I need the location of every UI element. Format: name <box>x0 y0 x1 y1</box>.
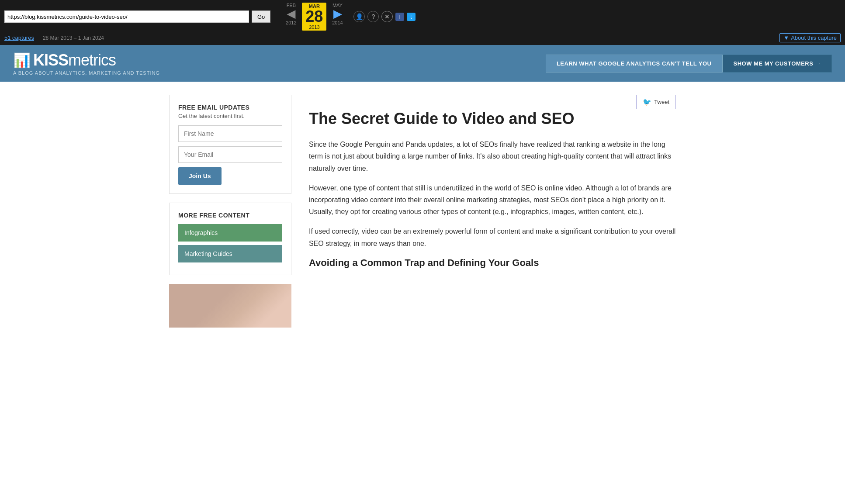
site-header: 📊 KISSmetrics A BLOG ABOUT ANALYTICS, MA… <box>0 45 845 82</box>
logo-text: KISSmetrics <box>33 51 116 69</box>
captures-date: 28 Mar 2013 – 1 Jan 2024 <box>43 35 104 41</box>
first-name-field[interactable] <box>178 125 282 142</box>
article-paragraph-1: Since the Google Penguin and Panda updat… <box>309 138 676 174</box>
site-tagline: A BLOG ABOUT ANALYTICS, MARKETING AND TE… <box>13 70 160 76</box>
logo-icon: 📊 <box>13 52 31 69</box>
wayback-go-button[interactable]: Go <box>252 10 270 23</box>
sidebar: FREE EMAIL UPDATES Get the latest conten… <box>169 95 291 328</box>
sidebar-image <box>169 284 291 328</box>
wayback-url-row: Go FEB ◀ 2012 MAR 28 2013 MAY ▶ 2014 <box>4 3 841 31</box>
chevron-down-icon: ▼ <box>783 35 789 41</box>
email-signup-box: FREE EMAIL UPDATES Get the latest conten… <box>169 95 291 194</box>
learn-cta-button[interactable]: LEARN WHAT GOOGLE ANALYTICS CAN'T TELL Y… <box>546 55 723 72</box>
about-capture-label: About this capture <box>791 35 837 41</box>
close-icon[interactable]: ✕ <box>381 11 393 22</box>
site-logo: 📊 KISSmetrics <box>13 51 160 69</box>
cal-may-label: MAY <box>332 3 343 8</box>
cal-may: MAY ▶ 2014 <box>328 3 346 25</box>
facebook-icon[interactable]: f <box>395 13 404 21</box>
logo-metrics: metrics <box>68 51 116 69</box>
join-button[interactable]: Join Us <box>178 167 222 185</box>
cal-feb-label: FEB <box>287 3 296 8</box>
article-subheading: Avoiding a Common Trap and Defining Your… <box>309 257 676 269</box>
more-content-box: MORE FREE CONTENT Infographics Marketing… <box>169 203 291 275</box>
wayback-icons: 👤 ? ✕ f t <box>353 11 415 22</box>
more-content-title: MORE FREE CONTENT <box>178 212 282 219</box>
article-area: 🐦 Tweet The Secret Guide to Video and SE… <box>309 95 676 328</box>
calendar-nav: FEB ◀ 2012 MAR 28 2013 MAY ▶ 2014 <box>282 3 346 31</box>
cal-feb-arrow[interactable]: ◀ <box>287 8 295 20</box>
infographics-button[interactable]: Infographics <box>178 224 282 242</box>
email-signup-subtitle: Get the latest content first. <box>178 113 282 119</box>
twitter-bird-icon: 🐦 <box>643 98 651 106</box>
email-field[interactable] <box>178 146 282 163</box>
article-paragraph-2: However, one type of content that still … <box>309 182 676 218</box>
about-capture-button[interactable]: ▼ About this capture <box>779 33 841 42</box>
article-paragraph-3: If used correctly, video can be an extre… <box>309 225 676 249</box>
marketing-guides-button[interactable]: Marketing Guides <box>178 245 282 262</box>
cal-mar-active: MAR 28 2013 <box>302 3 326 31</box>
cal-feb-year: 2012 <box>286 20 296 25</box>
help-icon[interactable]: ? <box>367 11 379 22</box>
cal-mar-year: 2013 <box>309 24 319 30</box>
tweet-btn-wrapper: 🐦 Tweet <box>309 95 676 109</box>
cal-mar-day: 28 <box>305 9 323 24</box>
show-customers-button[interactable]: SHOW ME MY CUSTOMERS → <box>723 55 832 72</box>
main-content: FREE EMAIL UPDATES Get the latest conten… <box>160 95 685 328</box>
cal-may-year: 2014 <box>332 20 343 25</box>
tweet-label: Tweet <box>654 99 669 105</box>
cal-may-arrow[interactable]: ▶ <box>333 8 341 20</box>
captures-row: 51 captures 28 Mar 2013 – 1 Jan 2024 ▼ A… <box>0 33 845 45</box>
logo-kiss: KISS <box>33 51 68 69</box>
article-title: The Secret Guide to Video and SEO <box>309 109 676 128</box>
wayback-bar: Go FEB ◀ 2012 MAR 28 2013 MAY ▶ 2014 <box>0 0 845 33</box>
captures-link[interactable]: 51 captures <box>4 35 34 41</box>
header-cta-area: LEARN WHAT GOOGLE ANALYTICS CAN'T TELL Y… <box>546 55 832 72</box>
email-signup-title: FREE EMAIL UPDATES <box>178 104 282 111</box>
cal-feb: FEB ◀ 2012 <box>282 3 300 25</box>
logo-area: 📊 KISSmetrics A BLOG ABOUT ANALYTICS, MA… <box>13 51 160 76</box>
tweet-button[interactable]: 🐦 Tweet <box>636 95 676 109</box>
user-icon[interactable]: 👤 <box>353 11 365 22</box>
twitter-icon[interactable]: t <box>407 13 416 21</box>
wayback-url-input[interactable] <box>4 10 249 23</box>
